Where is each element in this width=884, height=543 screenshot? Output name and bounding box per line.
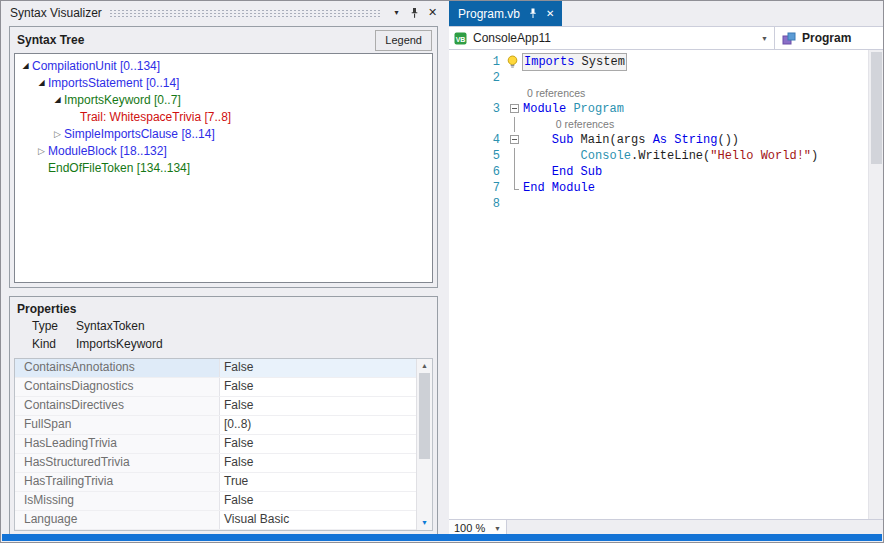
property-name: IsMissing (15, 492, 220, 510)
property-row[interactable]: ContainsDiagnosticsFalse (15, 378, 416, 397)
code-token: System (574, 55, 624, 69)
editor-scrollbar[interactable] (868, 50, 884, 519)
chevron-down-icon[interactable]: ▼ (761, 35, 768, 42)
tool-window-body: Syntax Tree Legend ◢CompilationUnit [0..… (2, 21, 445, 542)
tree-node-node[interactable]: ◢CompilationUnit [0..134] (15, 57, 432, 74)
syntax-tree[interactable]: ◢CompilationUnit [0..134]◢ImportsStateme… (14, 53, 433, 283)
code-line: 5 Console.WriteLine("Hello World!") (449, 148, 884, 164)
outlining-margin (506, 54, 523, 70)
member-dropdown[interactable]: Program (775, 27, 884, 49)
property-name: FullSpan (15, 416, 220, 434)
project-dropdown[interactable]: VB ConsoleApp11 ▼ (449, 27, 775, 49)
scroll-down-icon[interactable]: ▼ (417, 517, 432, 529)
property-row[interactable]: HasTrailingTriviaTrue (15, 473, 416, 492)
svg-text:VB: VB (456, 35, 466, 42)
code-token (523, 149, 581, 163)
editor-scrollbar-thumb[interactable] (871, 52, 882, 164)
property-name: ContainsAnnotations (15, 359, 220, 377)
property-row[interactable]: ContainsAnnotationsFalse (15, 359, 416, 378)
collapse-region-icon[interactable] (510, 104, 519, 113)
line-number: 5 (449, 148, 506, 164)
outlining-margin (506, 180, 523, 196)
scroll-up-icon[interactable]: ▲ (417, 360, 432, 372)
property-row[interactable]: LanguageVisual Basic (15, 511, 416, 530)
tree-node-token[interactable]: EndOfFileToken [134..134] (15, 159, 432, 176)
code-editor[interactable]: 1Imports System20 references3Module Prog… (449, 50, 884, 519)
outlining-margin[interactable] (506, 132, 523, 148)
tree-node-label: CompilationUnit [0..134] (32, 59, 160, 73)
outlining-margin (506, 86, 523, 101)
properties-scrollbar[interactable]: ▲ ▼ (416, 359, 432, 530)
tree-expand-icon[interactable]: ▷ (35, 146, 48, 156)
project-icon: VB (454, 32, 467, 45)
property-value: False (220, 378, 253, 396)
property-type-value: SyntaxToken (76, 319, 145, 333)
code-text: Sub Main(args As String()) (523, 132, 739, 148)
property-value: False (220, 397, 253, 415)
code-token: As (653, 133, 667, 147)
tab-program-vb[interactable]: Program.vb ✕ (449, 1, 562, 26)
codelens-references[interactable]: 0 references (523, 86, 585, 101)
pin-icon[interactable] (406, 4, 423, 21)
tab-pin-icon[interactable] (528, 8, 538, 19)
syntax-tree-group: Syntax Tree Legend ◢CompilationUnit [0..… (9, 26, 438, 288)
property-row[interactable]: IsMissingFalse (15, 492, 416, 511)
tree-collapse-icon[interactable]: ◢ (19, 61, 32, 70)
property-name: Language (15, 511, 220, 529)
titlebar-grip-texture (109, 9, 380, 18)
codelens-row: 0 references (449, 117, 884, 132)
property-kind-row: Kind ImportsKeyword (10, 335, 437, 353)
property-row[interactable]: HasStructuredTriviaFalse (15, 454, 416, 473)
line-number: 3 (449, 101, 506, 117)
property-value: Visual Basic (220, 511, 289, 529)
code-token: "Hello World!" (710, 149, 811, 163)
collapse-region-icon[interactable] (510, 135, 519, 144)
property-name: ContainsDirectives (15, 397, 220, 415)
code-token: Module (523, 102, 566, 116)
tree-collapse-icon[interactable]: ◢ (51, 95, 64, 104)
outline-guide-line (514, 117, 515, 132)
properties-group: Properties Type SyntaxToken Kind Imports… (9, 296, 438, 536)
legend-button[interactable]: Legend (375, 30, 432, 51)
code-text: End Sub (523, 164, 602, 180)
code-lines: 1Imports System20 references3Module Prog… (449, 50, 884, 212)
tree-node-token[interactable]: ◢ImportsKeyword [0..7] (15, 91, 432, 108)
outline-guide-line (514, 164, 515, 180)
tool-window-titlebar[interactable]: Syntax Visualizer ▾ ✕ (2, 2, 445, 21)
property-type-row: Type SyntaxToken (10, 317, 437, 335)
tree-node-node[interactable]: ▷ModuleBlock [18..132] (15, 142, 432, 159)
tree-node-node[interactable]: ◢ImportsStatement [0..14] (15, 74, 432, 91)
tree-node-trivia[interactable]: Trail: WhitespaceTrivia [7..8] (15, 108, 432, 125)
navigation-bar: VB ConsoleApp11 ▼ Program (449, 26, 884, 50)
scrollbar-thumb[interactable] (419, 373, 430, 459)
code-token: End Sub (552, 165, 602, 179)
codelens-row: 0 references (449, 86, 884, 101)
tree-node-label: ImportsStatement [0..14] (48, 76, 179, 90)
close-icon[interactable]: ✕ (424, 4, 441, 21)
window-menu-icon[interactable]: ▾ (388, 4, 405, 21)
tree-collapse-icon[interactable]: ◢ (35, 78, 48, 87)
code-text: Module Program (523, 101, 624, 117)
code-line: 4 Sub Main(args As String()) (449, 132, 884, 148)
tab-close-icon[interactable]: ✕ (546, 8, 554, 19)
syntax-tree-title: Syntax Tree (17, 33, 84, 47)
code-token: End Module (523, 181, 595, 195)
property-value: False (220, 454, 253, 472)
property-row[interactable]: FullSpan[0..8) (15, 416, 416, 435)
property-row[interactable]: ContainsDirectivesFalse (15, 397, 416, 416)
lightbulb-icon[interactable] (506, 55, 519, 69)
property-kind-label: Kind (32, 337, 76, 351)
property-grid: ContainsAnnotationsFalseContainsDiagnost… (14, 358, 433, 531)
tree-expand-icon[interactable]: ▷ (51, 129, 64, 139)
zoom-dropdown-icon[interactable]: ▼ (494, 525, 501, 532)
line-number: 8 (449, 196, 506, 212)
tree-node-label: ImportsKeyword [0..7] (64, 93, 181, 107)
code-text: Console.WriteLine("Hello World!") (523, 148, 818, 164)
property-row[interactable]: HasLeadingTriviaFalse (15, 435, 416, 454)
codelens-references[interactable]: 0 references (523, 117, 614, 132)
property-value: False (220, 359, 253, 377)
tree-node-node[interactable]: ▷SimpleImportsClause [8..14] (15, 125, 432, 142)
outlining-margin[interactable] (506, 101, 523, 117)
tool-window-title: Syntax Visualizer (10, 6, 102, 20)
line-number: 6 (449, 164, 506, 180)
